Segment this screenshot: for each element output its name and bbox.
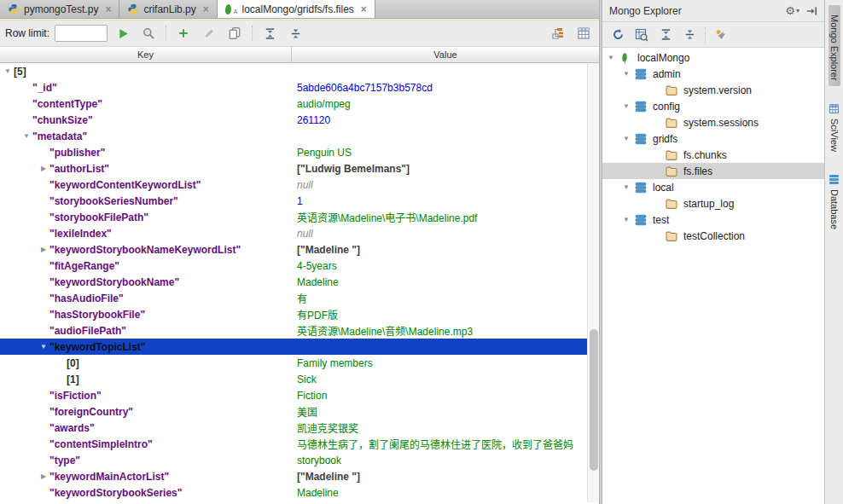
expand-arrow-icon[interactable]: ▶ (38, 472, 49, 480)
tree-item-system-sessions[interactable]: system.sessions (602, 114, 824, 130)
row-value: audio/mpeg (297, 98, 351, 110)
tree-item-local[interactable]: ▼local (602, 179, 824, 195)
expand-arrow-icon[interactable]: ▶ (38, 165, 49, 172)
tool-window-button-sciview[interactable]: SciView (828, 98, 840, 157)
value-cell: 凯迪克奖银奖 (297, 420, 587, 435)
key-cell: [1] (0, 374, 297, 385)
table-row[interactable]: "storybookFilePath"英语资源\Madeline\电子书\Mad… (0, 209, 599, 225)
edit-icon (203, 27, 215, 39)
table-row[interactable]: "foreignCountry"美国 (0, 403, 599, 420)
table-row[interactable]: "hasStorybookFile"有PDF版 (0, 306, 599, 322)
tree-item-startup_log[interactable]: startup_log (602, 195, 824, 211)
key-cell: "publisher" (0, 147, 297, 159)
close-icon[interactable]: × (105, 4, 111, 14)
find-document-button[interactable] (631, 26, 652, 44)
table-row[interactable]: "contentSimpleIntro"马德林生病了，割了阑尾的马德林住进了医院… (0, 436, 599, 452)
collapse-arrow-icon[interactable]: ▼ (623, 102, 635, 110)
collapse-arrow-icon[interactable]: ▼ (623, 70, 635, 78)
collapse-arrow-icon[interactable]: ▼ (623, 183, 635, 191)
editor-tab-3[interactable]: AlocalMongo/gridfs/fs.files× (218, 0, 375, 18)
tree-item-testCollection[interactable]: testCollection (602, 228, 824, 244)
key-cell: "fitAgeRange" (0, 260, 297, 272)
table-row[interactable]: "_id"5abde606a4bc7157b3b578cd (0, 79, 599, 96)
collapse-arrow-icon[interactable]: ▼ (38, 343, 49, 350)
table-row[interactable]: "keywordStorybookName"Madeline (0, 274, 599, 290)
tree-item-admin[interactable]: ▼admin (602, 66, 824, 82)
table-row[interactable]: "keywordContentKeywordList"null (0, 177, 599, 193)
scrollbar-thumb[interactable] (590, 329, 598, 471)
add-document-button[interactable] (173, 24, 194, 43)
collection-folder-icon (666, 198, 679, 210)
table-row[interactable]: "type"storybook (0, 452, 599, 468)
table-row[interactable]: ▼[5] (0, 63, 599, 79)
expand-arrow-icon[interactable]: ▶ (38, 246, 49, 253)
table-row[interactable]: "isFiction"Fiction (0, 387, 599, 403)
tool-window-button-mongo-explorer[interactable]: Mongo Explorer (828, 5, 840, 86)
tree-view-button[interactable] (548, 24, 568, 43)
editor-tab-2[interactable]: crifanLib.py× (119, 0, 217, 18)
table-row[interactable]: "audioFilePath"英语资源\Madeline\音频\Madeline… (0, 322, 599, 339)
table-row[interactable]: ▶"keywordMainActorList"["Madeline "] (0, 468, 599, 484)
tree-item-fs-files[interactable]: fs.files (602, 163, 824, 179)
find-icon (142, 26, 155, 40)
table-row[interactable]: "fitAgeRange"4-5years (0, 258, 599, 274)
collapse-all-button[interactable] (679, 26, 700, 44)
collapse-arrow-icon[interactable]: ▼ (2, 67, 14, 75)
collapse-arrow-icon[interactable]: ▼ (623, 135, 635, 142)
table-row[interactable]: "publisher"Penguin US (0, 144, 599, 160)
tree-item-localMongo[interactable]: ▼localMongo (602, 49, 824, 66)
table-row[interactable]: "storybookSeriesNumber"1 (0, 193, 599, 209)
tool-window-button-database[interactable]: Database (828, 169, 840, 235)
table-row[interactable]: "lexileIndex"null (0, 225, 599, 241)
close-icon[interactable]: × (203, 4, 209, 14)
table-row[interactable]: "contentType"audio/mpeg (0, 96, 599, 112)
collapse-arrow-icon[interactable]: ▼ (623, 216, 635, 223)
table-row[interactable]: [0]Family members (0, 355, 599, 371)
table-row[interactable]: ▼"metadata" (0, 128, 599, 144)
table-row[interactable]: [1]Sick (0, 371, 599, 387)
table-row[interactable]: "chunkSize"261120 (0, 112, 599, 128)
refresh-button[interactable] (608, 26, 628, 44)
row-key: "chunkSize" (32, 114, 93, 126)
value-cell: Madeline (297, 487, 587, 499)
run-query-button[interactable] (113, 24, 133, 43)
value-cell: 有 (297, 291, 587, 305)
tree-item-test[interactable]: ▼test (602, 211, 824, 228)
tree-item-config[interactable]: ▼config (602, 98, 824, 114)
row-key: "contentSimpleIntro" (49, 438, 153, 450)
vertical-scrollbar[interactable] (587, 63, 599, 502)
row-key: "storybookFilePath" (49, 211, 148, 223)
table-row[interactable]: ▼"keywordTopicList" (0, 339, 599, 355)
gear-button[interactable]: ⚙ ▾ (785, 4, 799, 17)
editor-tab-1[interactable]: pymongoTest.py× (0, 0, 119, 18)
edit-document-button[interactable] (199, 24, 219, 43)
table-row[interactable]: "awards"凯迪克奖银奖 (0, 420, 599, 436)
editor-area: pymongoTest.py×crifanLib.py×AlocalMongo/… (0, 0, 599, 504)
row-limit-input[interactable] (55, 25, 108, 42)
expand-all-icon (264, 27, 276, 40)
collapse-all-button[interactable] (285, 24, 305, 43)
row-key: [0] (67, 357, 79, 369)
copy-document-button[interactable] (224, 24, 245, 43)
find-button[interactable] (138, 24, 159, 43)
table-view-button[interactable] (573, 24, 594, 43)
hide-panel-button[interactable] (806, 6, 817, 16)
expand-all-button[interactable] (655, 26, 676, 44)
table-row[interactable]: ▶"authorList"["Ludwig Bemelmans"] (0, 160, 599, 177)
tree-item-fs-chunks[interactable]: fs.chunks (602, 147, 824, 163)
tree-item-gridfs[interactable]: ▼gridfs (602, 130, 824, 147)
collapse-arrow-icon[interactable]: ▼ (20, 132, 32, 140)
table-row[interactable]: "keywordStorybookSeries"Madeline (0, 484, 599, 501)
tree-item-system-version[interactable]: system.version (602, 82, 824, 98)
value-cell: 5abde606a4bc7157b3b578cd (297, 82, 587, 94)
database-icon (635, 101, 648, 113)
close-icon[interactable]: × (361, 4, 367, 14)
table-row[interactable]: "filename"Madeline (0, 501, 599, 502)
value-cell: 261120 (297, 114, 587, 126)
key-cell: "awards" (0, 422, 297, 434)
table-row[interactable]: ▶"keywordStorybookNameKeywordList"["Made… (0, 241, 599, 258)
mongo-shell-button[interactable] (711, 26, 731, 44)
table-row[interactable]: "hasAudioFile"有 (0, 290, 599, 306)
collapse-arrow-icon[interactable]: ▼ (608, 54, 619, 61)
expand-all-button[interactable] (259, 24, 280, 43)
